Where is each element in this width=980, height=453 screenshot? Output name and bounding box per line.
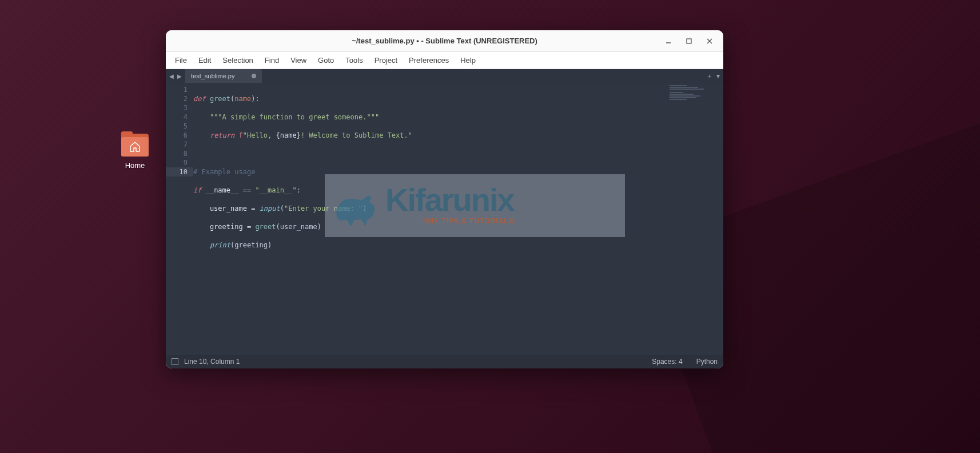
line-number[interactable]: 5 [166, 122, 193, 131]
tab-history-forward-icon[interactable]: ▶ [176, 73, 183, 79]
menu-file[interactable]: File [169, 54, 193, 67]
tab-file[interactable]: test_sublime.py [185, 69, 262, 83]
tab-dropdown-icon[interactable]: ▾ [716, 72, 720, 80]
line-number[interactable]: 9 [166, 158, 193, 167]
editor-area: 1 2 3 4 5 6 7 8 9 10 def greet(name): ""… [166, 83, 723, 355]
desktop-home-label: Home [119, 161, 151, 170]
line-number[interactable]: 4 [166, 113, 193, 122]
tab-file-label: test_sublime.py [191, 73, 234, 79]
menu-preferences[interactable]: Preferences [403, 54, 455, 67]
tab-history-back-icon[interactable]: ◀ [168, 73, 175, 79]
code-editor[interactable]: def greet(name): """A simple function to… [193, 83, 666, 355]
line-number[interactable]: 8 [166, 149, 193, 158]
tab-bar: ◀ ▶ test_sublime.py ＋ ▾ [166, 69, 723, 83]
window-title: ~/test_sublime.py • - Sublime Text (UNRE… [352, 37, 537, 45]
new-tab-button[interactable]: ＋ [706, 71, 713, 81]
line-number[interactable]: 2 [166, 94, 193, 103]
window-minimize-button[interactable] [658, 33, 679, 50]
menu-edit[interactable]: Edit [193, 54, 217, 67]
menu-goto[interactable]: Goto [312, 54, 340, 67]
minimap[interactable] [666, 83, 723, 355]
window-titlebar[interactable]: ~/test_sublime.py • - Sublime Text (UNRE… [166, 30, 723, 52]
menu-selection[interactable]: Selection [217, 54, 258, 67]
line-number[interactable]: 6 [166, 131, 193, 140]
sublime-window: ~/test_sublime.py • - Sublime Text (UNRE… [166, 30, 723, 368]
status-syntax[interactable]: Python [696, 358, 718, 366]
status-position[interactable]: Line 10, Column 1 [184, 358, 240, 366]
menu-project[interactable]: Project [369, 54, 403, 67]
sidebar-toggle-icon[interactable] [172, 358, 178, 365]
menu-view[interactable]: View [285, 54, 312, 67]
window-maximize-button[interactable] [679, 33, 699, 50]
menu-tools[interactable]: Tools [340, 54, 368, 67]
line-number-gutter: 1 2 3 4 5 6 7 8 9 10 [166, 83, 193, 355]
line-number[interactable]: 10 [166, 167, 193, 177]
status-bar: Line 10, Column 1 Spaces: 4 Python [166, 355, 723, 368]
tab-dirty-indicator-icon [252, 74, 256, 78]
desktop-home-icon[interactable]: Home [119, 131, 151, 170]
svg-rect-1 [687, 39, 691, 43]
menubar: File Edit Selection Find View Goto Tools… [166, 52, 723, 69]
menu-help[interactable]: Help [455, 54, 481, 67]
home-folder-icon [121, 131, 149, 157]
line-number[interactable]: 1 [166, 85, 193, 94]
line-number[interactable]: 3 [166, 103, 193, 113]
window-close-button[interactable] [699, 33, 720, 50]
menu-find[interactable]: Find [259, 54, 285, 67]
line-number[interactable]: 7 [166, 140, 193, 149]
status-indent[interactable]: Spaces: 4 [652, 358, 682, 366]
